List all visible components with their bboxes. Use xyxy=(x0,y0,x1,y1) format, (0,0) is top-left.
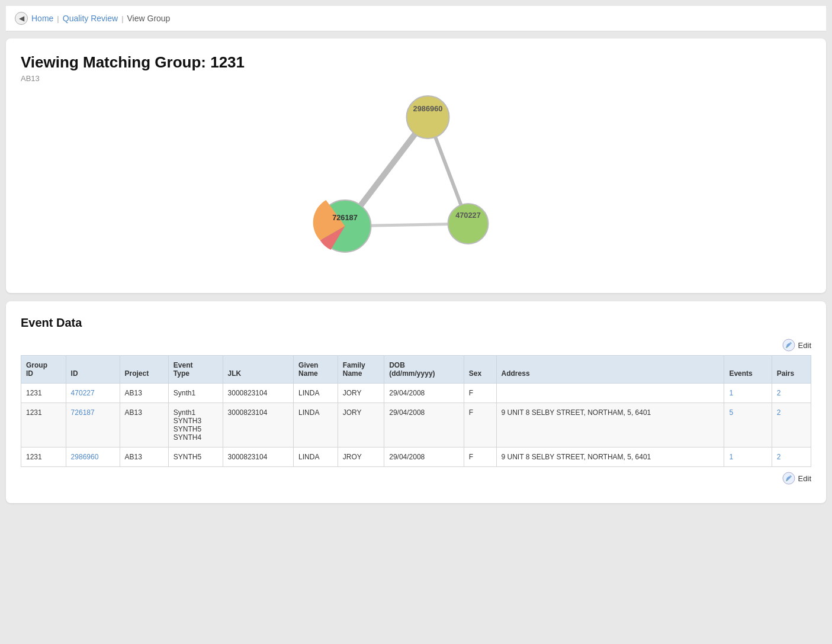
col-group-id: GroupID xyxy=(21,356,66,384)
edit-top-row[interactable]: Edit xyxy=(21,339,811,352)
nav-sep-2: | xyxy=(121,14,123,23)
event-table: GroupID ID Project EventType JLK GivenNa… xyxy=(21,355,811,467)
link-events-row-1[interactable]: 5 xyxy=(729,408,733,417)
link-id-row-2[interactable]: 2986960 xyxy=(71,453,99,461)
cell-address-row-0 xyxy=(496,384,724,403)
col-id: ID xyxy=(66,356,120,384)
col-jlk: JLK xyxy=(223,356,293,384)
col-event-type: EventType xyxy=(168,356,223,384)
cell-events-row-2[interactable]: 1 xyxy=(724,447,772,467)
col-events: Events xyxy=(724,356,772,384)
nav-home-link[interactable]: Home xyxy=(31,14,53,23)
link-id-row-1[interactable]: 726187 xyxy=(71,408,95,417)
col-address: Address xyxy=(496,356,724,384)
node-470227[interactable] xyxy=(448,204,489,244)
cell-project-row-0: AB13 xyxy=(120,384,168,403)
cell-family_name-row-2: JROY xyxy=(338,447,384,467)
link-pairs-row-2[interactable]: 2 xyxy=(777,453,781,461)
nav-view-group-current: View Group xyxy=(127,14,171,23)
table-row: 1231726187AB13Synth1SYNTH3SYNTH5SYNTH430… xyxy=(21,403,811,447)
edit-top-label[interactable]: Edit xyxy=(798,341,811,350)
cell-dob-row-0: 29/04/2008 xyxy=(384,384,464,403)
col-project: Project xyxy=(120,356,168,384)
cell-family_name-row-0: JORY xyxy=(338,384,384,403)
nav-quality-review-link[interactable]: Quality Review xyxy=(63,14,118,23)
col-dob: DOB(dd/mm/yyyy) xyxy=(384,356,464,384)
cell-pairs-row-0[interactable]: 2 xyxy=(772,384,811,403)
cell-project-row-1: AB13 xyxy=(120,403,168,447)
cell-group_id-row-1: 1231 xyxy=(21,403,66,447)
graph-subtitle: AB13 xyxy=(21,74,811,83)
cell-sex-row-1: F xyxy=(464,403,496,447)
table-header-row: GroupID ID Project EventType JLK GivenNa… xyxy=(21,356,811,384)
cell-events-row-0[interactable]: 1 xyxy=(724,384,772,403)
graph-card: Viewing Matching Group: 1231 AB13 298696… xyxy=(6,38,826,293)
cell-dob-row-2: 29/04/2008 xyxy=(384,447,464,467)
cell-address-row-1: 9 UNIT 8 SELBY STREET, NORTHAM, 5, 6401 xyxy=(496,403,724,447)
cell-id-row-0[interactable]: 470227 xyxy=(66,384,120,403)
node-2986960[interactable] xyxy=(407,96,449,139)
cell-id-row-1[interactable]: 726187 xyxy=(66,403,120,447)
link-id-row-0[interactable]: 470227 xyxy=(71,389,95,397)
event-data-card: Event Data Edit GroupID ID Project Event… xyxy=(6,301,826,503)
cell-event_type-row-2: SYNTH5 xyxy=(168,447,223,467)
link-events-row-0[interactable]: 1 xyxy=(729,389,733,397)
cell-dob-row-1: 29/04/2008 xyxy=(384,403,464,447)
link-events-row-2[interactable]: 1 xyxy=(729,453,733,461)
cell-given_name-row-2: LINDA xyxy=(294,447,338,467)
col-family-name: FamilyName xyxy=(338,356,384,384)
nav-sep-1: | xyxy=(57,14,59,23)
link-pairs-row-0[interactable]: 2 xyxy=(777,389,781,397)
cell-address-row-2: 9 UNIT 8 SELBY STREET, NORTHAM, 5, 6401 xyxy=(496,447,724,467)
col-pairs: Pairs xyxy=(772,356,811,384)
cell-group_id-row-0: 1231 xyxy=(21,384,66,403)
cell-jlk-row-2: 3000823104 xyxy=(223,447,293,467)
graph-area: 2986960 726187 470227 xyxy=(21,89,811,278)
node-726187-label: 726187 xyxy=(332,213,358,222)
link-pairs-row-1[interactable]: 2 xyxy=(777,408,781,417)
cell-event_type-row-1: Synth1SYNTH3SYNTH5SYNTH4 xyxy=(168,403,223,447)
col-given-name: GivenName xyxy=(294,356,338,384)
edit-top-icon xyxy=(782,339,795,352)
cell-sex-row-0: F xyxy=(464,384,496,403)
cell-family_name-row-1: JORY xyxy=(338,403,384,447)
cell-project-row-2: AB13 xyxy=(120,447,168,467)
cell-events-row-1[interactable]: 5 xyxy=(724,403,772,447)
cell-given_name-row-0: LINDA xyxy=(294,384,338,403)
cell-group_id-row-2: 1231 xyxy=(21,447,66,467)
cell-pairs-row-2[interactable]: 2 xyxy=(772,447,811,467)
cell-pairs-row-1[interactable]: 2 xyxy=(772,403,811,447)
cell-event_type-row-0: Synth1 xyxy=(168,384,223,403)
back-button[interactable]: ◀ xyxy=(15,12,28,25)
edit-bottom-label[interactable]: Edit xyxy=(798,474,811,483)
cell-jlk-row-0: 3000823104 xyxy=(223,384,293,403)
edit-bottom-row[interactable]: Edit xyxy=(21,472,811,485)
cell-id-row-2[interactable]: 2986960 xyxy=(66,447,120,467)
cell-jlk-row-1: 3000823104 xyxy=(223,403,293,447)
col-sex: Sex xyxy=(464,356,496,384)
graph-title: Viewing Matching Group: 1231 xyxy=(21,53,811,72)
edit-bottom-icon xyxy=(782,472,795,485)
table-row: 1231470227AB13Synth13000823104LINDAJORY2… xyxy=(21,384,811,403)
cell-given_name-row-1: LINDA xyxy=(294,403,338,447)
node-470227-label: 470227 xyxy=(455,211,481,220)
node-2986960-label: 2986960 xyxy=(413,104,443,113)
cell-sex-row-2: F xyxy=(464,447,496,467)
event-data-title: Event Data xyxy=(21,316,811,330)
table-row: 12312986960AB13SYNTH53000823104LINDAJROY… xyxy=(21,447,811,467)
nav-bar: ◀ Home | Quality Review | View Group xyxy=(6,6,826,31)
graph-svg: 2986960 726187 470227 xyxy=(21,89,811,278)
